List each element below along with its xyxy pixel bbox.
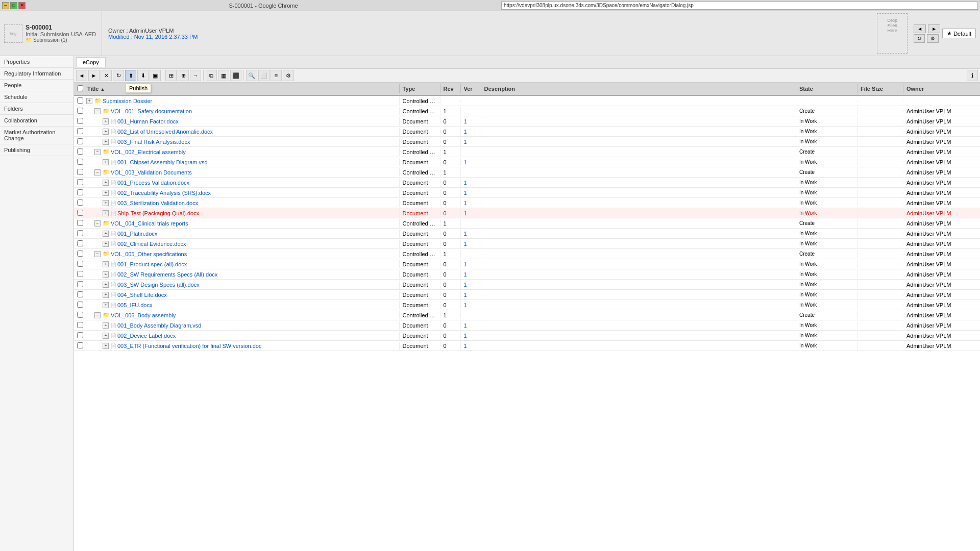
sidebar-item-properties[interactable]: Properties <box>0 56 74 68</box>
toolbar-back-btn[interactable]: ◄ <box>76 70 87 81</box>
ver-link[interactable]: 1 <box>464 333 467 339</box>
sidebar-item-schedule[interactable]: Schedule <box>0 91 74 103</box>
table-row[interactable]: −📁VOL_005_Other specificationsControlled… <box>74 249 980 259</box>
row-checkbox-cell[interactable] <box>74 311 84 320</box>
row-checkbox[interactable] <box>77 179 83 185</box>
row-checkbox[interactable] <box>77 169 83 175</box>
row-title-cell[interactable]: −📁VOL_004_Clinical trials reports <box>84 219 400 228</box>
ver-link[interactable]: 1 <box>464 129 467 135</box>
row-title-cell[interactable]: +📄002_Clinical Evidence.docx <box>84 240 400 248</box>
minimize-btn[interactable]: ─ <box>2 2 9 9</box>
row-title-cell[interactable]: +📄005_IFU.docx <box>84 301 400 309</box>
sidebar-item-collaboration[interactable]: Collaboration <box>0 115 74 127</box>
table-row[interactable]: +📄001_Chipset Assembly Diagram.vsdDocume… <box>74 157 980 167</box>
row-title-cell[interactable]: +📄001_Process Validation.docx <box>84 179 400 187</box>
table-row[interactable]: −📁VOL_006_Body assemblyControlled Folder… <box>74 310 980 320</box>
ver-link[interactable]: 1 <box>464 118 467 124</box>
th-description[interactable]: Description <box>481 84 797 93</box>
table-row[interactable]: +📄001_Body Assembly Diagram.vsdDocument0… <box>74 320 980 331</box>
toolbar-expand-btn[interactable]: ⬛ <box>230 70 241 81</box>
toolbar-settings-btn[interactable]: ⚙ <box>283 70 294 81</box>
row-checkbox-cell[interactable] <box>74 341 84 350</box>
title-link[interactable]: 004_Shelf Life.docx <box>117 292 167 298</box>
nav-back-btn[interactable]: ◄ <box>914 24 926 33</box>
toolbar-table-btn[interactable]: ▦ <box>218 70 229 81</box>
tree-expand-btn[interactable]: − <box>94 108 101 114</box>
row-checkbox-cell[interactable] <box>74 300 84 310</box>
title-link[interactable]: 001_Process Validation.docx <box>117 180 189 186</box>
th-state[interactable]: State <box>796 84 857 93</box>
row-title-cell[interactable]: −📁VOL_002_Electrical assembly <box>84 147 400 156</box>
row-checkbox-cell[interactable] <box>74 209 84 218</box>
row-checkbox[interactable] <box>77 159 83 165</box>
title-link[interactable]: 002_Traceability Analysis (SRS).docx <box>117 190 211 196</box>
tree-expand-btn[interactable]: − <box>94 149 101 155</box>
row-checkbox[interactable] <box>77 118 83 124</box>
ver-link[interactable]: 1 <box>464 200 467 206</box>
title-link[interactable]: 003_Sterilization Validation.docx <box>117 200 198 206</box>
tree-expand-btn[interactable]: + <box>103 200 109 206</box>
ver-link[interactable]: 1 <box>464 231 467 237</box>
row-title-cell[interactable]: +📄Ship-Test (Packaging Qual).docx <box>84 209 400 217</box>
title-link[interactable]: 001_Body Assembly Diagram.vsd <box>117 322 201 329</box>
settings-btn[interactable]: ⚙ <box>927 34 939 43</box>
drop-zone[interactable]: Drop Files Here <box>877 13 908 54</box>
row-checkbox-cell[interactable] <box>74 249 84 259</box>
ver-link[interactable]: 1 <box>464 271 467 278</box>
row-title-cell[interactable]: +📁Submission Dossier <box>84 96 400 105</box>
row-checkbox[interactable] <box>77 220 83 226</box>
row-checkbox[interactable] <box>77 332 83 338</box>
table-row[interactable]: −📁VOL_002_Electrical assemblyControlled … <box>74 147 980 157</box>
th-filesize[interactable]: File Size <box>857 84 903 93</box>
tree-expand-btn[interactable]: − <box>94 169 101 176</box>
table-row[interactable]: +📄001_Platin.docxDocument01In WorkAdminU… <box>74 229 980 239</box>
row-title-cell[interactable]: −📁VOL_003_Validation Documents <box>84 168 400 177</box>
ver-link[interactable]: 1 <box>464 292 467 298</box>
toolbar-info-btn[interactable]: ℹ <box>967 70 978 81</box>
sidebar-item-regulatory[interactable]: Regulatory Information <box>0 68 74 80</box>
tree-expand-btn[interactable]: + <box>103 241 109 247</box>
row-title-cell[interactable]: +📄001_Human Factor.docx <box>84 117 400 126</box>
url-bar[interactable]: https://vdevpril308plp.ux.dsone.3ds.com/… <box>501 2 978 10</box>
table-row[interactable]: +📄Ship-Test (Packaging Qual).docxDocumen… <box>74 208 980 218</box>
row-title-cell[interactable]: +📄002_List of Unresolved Anomalie.docx <box>84 128 400 136</box>
table-row[interactable]: +📄003_ETR (Functional verification) for … <box>74 341 980 351</box>
tree-expand-btn[interactable]: + <box>103 302 109 308</box>
ver-link[interactable]: 1 <box>464 210 467 216</box>
row-title-cell[interactable]: +📄003_SW Design Specs (all).docx <box>84 281 400 289</box>
row-checkbox[interactable] <box>77 251 83 257</box>
toolbar-cancel-btn[interactable]: ✕ <box>101 70 112 81</box>
title-link[interactable]: 001_Chipset Assembly Diagram.vsd <box>117 159 208 165</box>
table-row[interactable]: +📄005_IFU.docxDocument01In WorkAdminUser… <box>74 300 980 310</box>
row-title-cell[interactable]: +📄003_Sterilization Validation.docx <box>84 199 400 207</box>
row-title-cell[interactable]: +📄002_Device Label.docx <box>84 332 400 340</box>
row-title-cell[interactable]: −📁VOL_006_Body assembly <box>84 311 400 319</box>
table-row[interactable]: +📄001_Human Factor.docxDocument01In Work… <box>74 116 980 127</box>
title-link[interactable]: 002_Clinical Evidence.docx <box>117 241 186 247</box>
row-checkbox-cell[interactable] <box>74 331 84 340</box>
row-title-cell[interactable]: +📄004_Shelf Life.docx <box>84 291 400 299</box>
tree-expand-btn[interactable]: + <box>103 271 109 278</box>
row-checkbox-cell[interactable] <box>74 188 84 197</box>
row-checkbox[interactable] <box>77 230 83 236</box>
ver-link[interactable]: 1 <box>464 241 467 247</box>
tree-expand-btn[interactable]: + <box>103 231 109 237</box>
row-title-cell[interactable]: +📄001_Platin.docx <box>84 230 400 238</box>
toolbar-list-btn[interactable]: ≡ <box>271 70 282 81</box>
ver-link[interactable]: 1 <box>464 322 467 329</box>
row-checkbox-cell[interactable] <box>74 219 84 228</box>
tree-expand-btn[interactable]: + <box>103 333 109 339</box>
th-rev[interactable]: Rev <box>440 84 461 93</box>
row-checkbox-cell[interactable] <box>74 117 84 126</box>
row-checkbox[interactable] <box>77 138 83 144</box>
row-title-cell[interactable]: +📄001_Body Assembly Diagram.vsd <box>84 321 400 330</box>
ver-link[interactable]: 1 <box>464 261 467 267</box>
tree-expand-btn[interactable]: + <box>103 261 109 267</box>
th-ver[interactable]: Ver <box>461 84 481 93</box>
publish-btn[interactable]: ⬆ Publish <box>125 70 136 81</box>
tree-expand-btn[interactable]: − <box>94 312 101 318</box>
toolbar-download-btn[interactable]: ⬇ <box>137 70 149 81</box>
row-checkbox-cell[interactable] <box>74 239 84 248</box>
table-row[interactable]: +📄002_Traceability Analysis (SRS).docxDo… <box>74 188 980 198</box>
title-link[interactable]: VOL_003_Validation Documents <box>111 169 192 176</box>
